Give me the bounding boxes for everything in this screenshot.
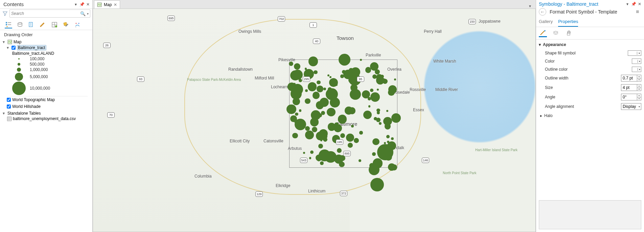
basemap-hillshade[interactable]: World Hillshade — [6, 104, 90, 109]
search-box[interactable]: 🔍 ▾ — [9, 9, 90, 18]
chevron-down-icon[interactable]: ▾ — [639, 105, 640, 108]
map-label: Parkville — [366, 53, 381, 57]
list-by-labeling-icon[interactable] — [62, 21, 70, 28]
shape-fill-picker[interactable]: ▾ — [628, 50, 641, 56]
legend-symbol — [18, 58, 20, 60]
layer-label: World Topographic Map — [12, 97, 55, 102]
tab-map[interactable]: Map ✕ — [94, 0, 120, 8]
list-by-snapping-icon[interactable] — [51, 21, 58, 28]
tract-point — [386, 135, 389, 138]
search-input[interactable] — [11, 11, 79, 16]
layers-tab-icon[interactable] — [552, 29, 560, 37]
legend-value: 100,000 — [30, 56, 44, 61]
chevron-right-icon[interactable]: ▸ — [540, 113, 542, 118]
legend-symbol — [15, 73, 23, 81]
angle-row: Angle 0° ▲▼ — [536, 92, 644, 102]
map-label: Columbia — [194, 174, 212, 179]
map-node[interactable]: ▾ Map — [2, 39, 90, 45]
tab-label: Map — [104, 2, 112, 7]
chevron-down-icon[interactable]: ▾ — [637, 52, 641, 55]
search-dropdown-icon[interactable]: ▾ — [87, 12, 89, 16]
layer-baltimore-tract[interactable]: ▾ Baltimore_tract — [6, 45, 90, 51]
angle-alignment-select[interactable]: Display ▾ — [621, 103, 641, 110]
close-icon[interactable]: ✕ — [114, 2, 117, 7]
chevron-down-icon[interactable]: ▾ — [638, 68, 641, 71]
table-item[interactable]: baltimore_unemployment_data.csv — [6, 116, 90, 121]
size-input[interactable]: 4 pt ▲▼ — [621, 84, 641, 91]
legend-item: 500,000 — [12, 62, 90, 67]
spinner[interactable]: ▲▼ — [637, 75, 641, 81]
layer-visibility-checkbox[interactable] — [7, 98, 11, 102]
search-row: 🔍 ▾ — [0, 9, 92, 19]
appearance-group[interactable]: ▾ Appearance — [536, 40, 644, 49]
tract-point — [354, 138, 359, 143]
map-label: Elkridge — [276, 183, 290, 188]
list-by-source-icon[interactable] — [16, 21, 24, 28]
chevron-down-icon[interactable]: ▾ — [539, 42, 541, 47]
list-by-selection-icon[interactable] — [28, 21, 35, 28]
legend-item: 100,000 — [12, 56, 90, 62]
layer-visibility-checkbox[interactable] — [12, 46, 16, 50]
tract-point — [346, 134, 354, 142]
spinner[interactable]: ▲▼ — [637, 85, 641, 91]
expand-icon[interactable]: ▾ — [3, 111, 6, 116]
map-view[interactable]: Owings MillsTowsonPikesvilleRandallstown… — [93, 9, 536, 232]
tract-point — [330, 97, 340, 108]
spinner[interactable]: ▲▼ — [637, 94, 641, 100]
standalone-tables-node[interactable]: ▾ Standalone Tables — [2, 111, 90, 116]
search-icon[interactable]: 🔍 — [80, 11, 86, 16]
list-by-editing-icon[interactable] — [39, 21, 47, 28]
map-label: Towson — [337, 35, 354, 41]
field-name: Baltimore_tract.ALAND — [12, 51, 54, 56]
tab-gallery[interactable]: Gallery — [539, 18, 553, 27]
outline-color-picker[interactable]: ▾ — [632, 67, 641, 72]
highway-shield: 895 — [343, 151, 351, 156]
list-by-perceptual-icon[interactable] — [74, 21, 81, 28]
legend-symbol — [17, 68, 21, 72]
highway-shield: 195 — [336, 139, 343, 145]
legend-symbol — [18, 63, 20, 66]
list-by-drawing-order-icon[interactable] — [5, 21, 12, 28]
chevron-down-icon[interactable]: ▾ — [625, 2, 630, 6]
highway-shield: 695 — [167, 16, 175, 21]
contents-header: Contents ▾ 📌 ✕ — [0, 0, 92, 9]
pin-icon[interactable]: 📌 — [79, 2, 84, 7]
close-icon[interactable]: ✕ — [86, 2, 90, 7]
prop-label: Outline width — [545, 76, 621, 80]
prop-label: Size — [545, 85, 621, 90]
angle-input[interactable]: 0° ▲▼ — [621, 94, 641, 100]
structure-tab-icon[interactable] — [565, 29, 573, 37]
expand-icon[interactable]: ▾ — [7, 45, 10, 50]
map-label: Patapsco State Park-McKeldin Area — [187, 78, 241, 82]
prop-label: Angle alignment — [545, 104, 621, 109]
symbology-tabs: Gallery Properties — [536, 18, 644, 27]
legend-item: 5,000,000 — [12, 72, 90, 81]
symbol-preview — [539, 200, 641, 229]
color-picker[interactable]: ▾ — [632, 59, 641, 64]
outline-width-input[interactable]: 0.7 pt ▲▼ — [621, 75, 641, 82]
close-icon[interactable]: ✕ — [637, 2, 642, 6]
tract-point — [387, 141, 389, 143]
filter-icon[interactable] — [2, 10, 8, 17]
map-label: Overlea — [387, 67, 401, 72]
basemap-topo[interactable]: World Topographic Map — [6, 97, 90, 102]
symbology-subtitle: Format Point Symbol - Template — [550, 9, 636, 15]
highway-shield: 95 — [357, 76, 364, 82]
layer-visibility-checkbox[interactable] — [7, 105, 11, 109]
map-label: Essex — [413, 108, 424, 112]
map-label: Ellicott City — [230, 139, 250, 143]
tab-properties[interactable]: Properties — [558, 18, 578, 27]
halo-group[interactable]: ▸ Halo — [536, 111, 644, 120]
tract-point — [372, 74, 377, 79]
chevron-down-icon[interactable]: ▾ — [638, 60, 641, 63]
menu-icon[interactable]: ≡ — [636, 9, 642, 15]
back-button[interactable]: ← — [539, 8, 546, 16]
tract-point — [309, 157, 311, 159]
chevron-down-icon[interactable]: ▾ — [529, 4, 534, 8]
chevron-down-icon[interactable]: ▾ — [73, 2, 78, 7]
expand-icon[interactable]: ▾ — [3, 40, 6, 44]
pin-icon[interactable]: 📌 — [631, 2, 636, 6]
divider — [10, 96, 88, 96]
map-icon — [97, 2, 102, 7]
symbol-tab-icon[interactable] — [539, 29, 547, 37]
